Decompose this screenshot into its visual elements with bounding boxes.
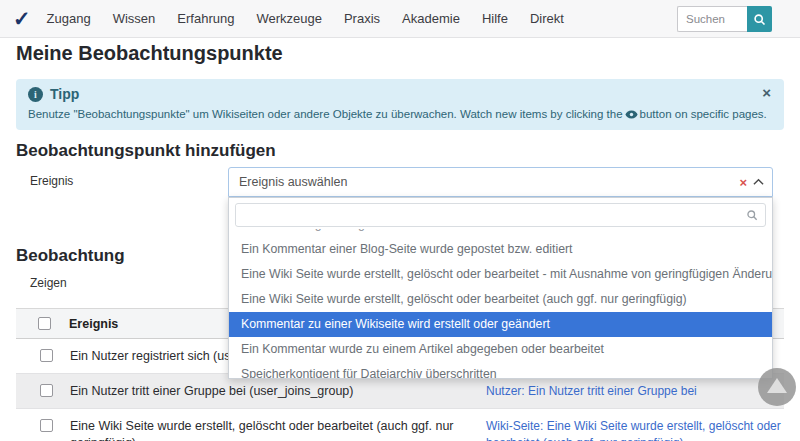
main-menu: Zugang Wissen Erfahrung Werkzeuge Praxis… — [47, 11, 564, 26]
select-all-checkbox[interactable] — [38, 317, 51, 330]
nav-item-zugang[interactable]: Zugang — [47, 11, 91, 26]
eye-icon — [625, 109, 638, 121]
event-select-value: Ereignis auswählen — [229, 175, 735, 189]
page: ✓ Zugang Wissen Erfahrung Werkzeuge Prax… — [0, 0, 800, 441]
row-event-text: Ein Nutzer tritt einer Gruppe bei (user_… — [70, 374, 480, 408]
dropdown-option[interactable]: Speicherkontigent für Dateiarchiv übersc… — [229, 362, 772, 378]
watch-list-heading: Beobachtung — [16, 246, 125, 266]
table-row: Ein Nutzer tritt einer Gruppe bei (user_… — [16, 374, 784, 409]
arrow-up-icon — [767, 378, 787, 393]
nav-item-wissen[interactable]: Wissen — [113, 11, 156, 26]
global-search — [677, 6, 772, 32]
search-input[interactable] — [677, 6, 747, 32]
tip-box: i Tipp × Benutze "Beobachtungspunkte" um… — [16, 79, 784, 130]
nav-item-direkt[interactable]: Direkt — [530, 11, 564, 26]
row-checkbox[interactable] — [40, 384, 53, 397]
add-watchpoint-heading: Beobachtungspunkt hinzufügen — [16, 141, 276, 161]
search-icon — [746, 209, 765, 221]
dropdown-option[interactable]: Ein Kommentar einer Blog-Seite wurde gep… — [229, 237, 772, 262]
event-label: Ereignis — [30, 174, 73, 188]
table-row: Eine Wiki Seite wurde erstellt, gelöscht… — [16, 409, 784, 441]
nav-item-akademie[interactable]: Akademie — [402, 11, 460, 26]
clear-selection-icon[interactable]: × — [735, 175, 751, 190]
page-title: Meine Beobachtungspunkte — [16, 42, 283, 65]
row-object-link[interactable]: Nutzer: Ein Nutzer tritt einer Gruppe be… — [486, 374, 782, 408]
dropdown-option[interactable]: Ein Kommentar wurde zu einem Artikel abg… — [229, 337, 772, 362]
scroll-to-top-button[interactable] — [758, 368, 796, 406]
row-checkbox[interactable] — [40, 349, 53, 362]
nav-item-erfahrung[interactable]: Erfahrung — [177, 11, 234, 26]
row-checkbox[interactable] — [40, 419, 53, 432]
nav-item-praxis[interactable]: Praxis — [344, 11, 380, 26]
tip-body: Benutze "Beobachtungspunkte" um Wikiseit… — [28, 108, 772, 121]
nav-item-hilfe[interactable]: Hilfe — [482, 11, 508, 26]
checkmark-logo[interactable]: ✓ — [13, 8, 31, 29]
dropdown-option[interactable]: Eine Wiki Seite wurde erstellt, gelöscht… — [229, 262, 772, 287]
dropdown-option[interactable]: Ein neuer Blog-Eintrag ist veröffentlich… — [229, 229, 772, 237]
row-event-text: Eine Wiki Seite wurde erstellt, gelöscht… — [70, 409, 480, 441]
event-dropdown-panel: Ein neuer Blog-Eintrag ist veröffentlich… — [228, 197, 773, 379]
search-button[interactable] — [747, 6, 772, 32]
event-select[interactable]: Ereignis auswählen × — [228, 167, 773, 197]
search-icon — [753, 13, 766, 26]
top-navbar: ✓ Zugang Wissen Erfahrung Werkzeuge Prax… — [0, 0, 800, 38]
dropdown-option-selected[interactable]: Kommentar zu einer Wikiseite wird erstel… — [229, 312, 772, 337]
dropdown-search — [235, 203, 766, 227]
dropdown-search-input[interactable] — [236, 205, 746, 225]
show-label: Zeigen — [30, 276, 67, 290]
column-header-event: Ereignis — [69, 317, 118, 331]
dropdown-option-list: Ein neuer Blog-Eintrag ist veröffentlich… — [229, 229, 772, 378]
chevron-up-icon[interactable] — [751, 178, 772, 186]
info-icon: i — [28, 87, 43, 102]
row-object-link[interactable]: Wiki-Seite: Eine Wiki Seite wurde erstel… — [486, 409, 782, 441]
close-icon[interactable]: × — [762, 85, 771, 100]
tip-title: Tipp — [50, 86, 79, 102]
nav-item-werkzeuge[interactable]: Werkzeuge — [256, 11, 322, 26]
dropdown-option[interactable]: Eine Wiki Seite wurde erstellt, gelöscht… — [229, 287, 772, 312]
